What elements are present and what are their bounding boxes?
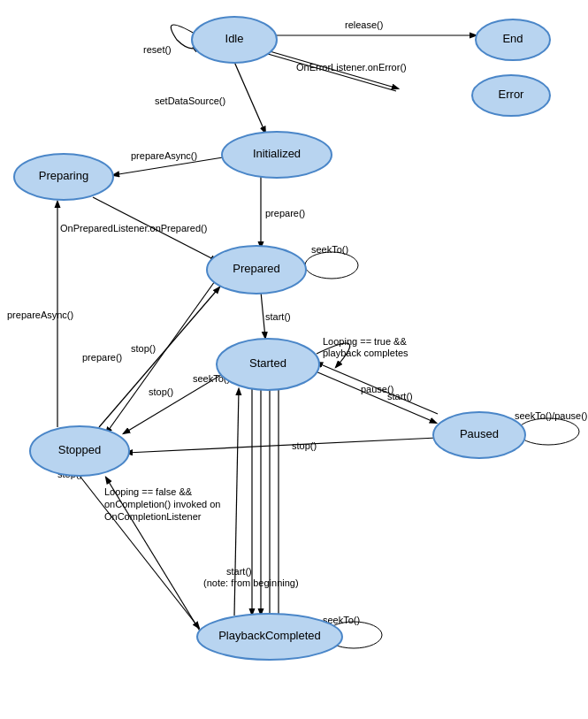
label-start-from-beginning: start() (226, 566, 252, 577)
label-seekto-prepared: seekTo() (311, 244, 348, 255)
state-diagram: release() OnErrorListener.onError() rese… (0, 0, 588, 719)
transition-idle-error2 (268, 54, 396, 91)
label-stop-paused: stop() (292, 440, 317, 451)
label-prepareasync1: prepareAsync() (131, 150, 197, 161)
state-idle-label: Idle (225, 32, 244, 45)
state-preparing-label: Preparing (39, 169, 88, 182)
label-seekto-paused: seekTo()/pause() (515, 410, 588, 421)
selfloop-seekto-prepared (305, 252, 358, 279)
state-started-label: Started (249, 356, 286, 370)
transition-pause (316, 371, 436, 423)
label-looping-false3: OnCompletionListener (104, 511, 202, 522)
label-start-paused: start() (387, 391, 413, 402)
label-prepare-stopped: prepare() (82, 352, 122, 363)
label-onprepared: OnPreparedListener.onPrepared() (60, 223, 207, 233)
label-start1: start() (265, 311, 291, 322)
label-release: release() (345, 19, 383, 30)
label-stop-started: stop() (149, 386, 173, 397)
label-setdatasource: setDataSource() (155, 96, 225, 106)
state-prepared-label: Prepared (233, 262, 279, 275)
state-end-label: End (502, 32, 523, 45)
transition-stop-paused (126, 438, 437, 453)
label-note-beginning: (note: from beginning) (203, 577, 299, 588)
state-stopped-label: Stopped (58, 443, 101, 456)
state-playbackcompleted-label: PlaybackCompleted (218, 629, 321, 642)
label-stop-prepared: stop() (131, 343, 156, 354)
label-prepareasync-stopped: prepareAsync() (7, 310, 73, 320)
label-prepare1: prepare() (265, 208, 305, 218)
label-onerror: OnErrorListener.onError() (296, 62, 407, 73)
state-error-label: Error (499, 88, 525, 101)
state-paused-label: Paused (460, 427, 499, 440)
selfloop-seekto-paused (517, 418, 579, 445)
transition-stop-prepared (106, 281, 215, 433)
label-looping-true2: playback completes (323, 348, 409, 358)
state-initialized-label: Initialized (253, 147, 301, 160)
transition-start-paused (317, 363, 438, 414)
diagram-container: release() OnErrorListener.onError() rese… (0, 0, 588, 719)
transition-setdatasource (234, 62, 265, 133)
label-reset: reset() (143, 44, 172, 55)
